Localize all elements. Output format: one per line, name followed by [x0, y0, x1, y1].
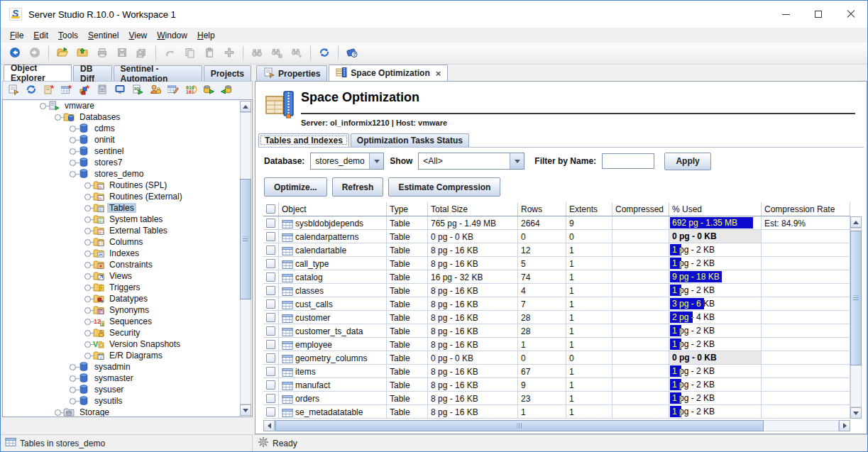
tree-item-sentinel[interactable]: sentinel [3, 145, 252, 157]
tree-expand-handle[interactable] [70, 398, 76, 404]
row-checkbox[interactable] [266, 219, 275, 228]
tree-item-storage[interactable]: Storage [3, 407, 252, 417]
copy-button[interactable] [180, 44, 199, 62]
properties-button[interactable] [6, 83, 21, 99]
tree-expand-handle[interactable] [40, 103, 46, 109]
tree-item-indexes[interactable]: Indexes [3, 248, 252, 259]
row-checkbox[interactable] [266, 394, 275, 403]
subtab-tables-and-indexes[interactable]: Tables and Indexes [258, 133, 349, 147]
table-hscroll-thumb[interactable] [275, 420, 764, 431]
tree-item-vmware[interactable]: vmware [3, 100, 252, 111]
export-data-button[interactable] [201, 83, 216, 99]
tree-expand-handle[interactable] [70, 160, 76, 166]
tree-expand-handle[interactable] [84, 285, 91, 291]
column-header-used[interactable]: % Used [669, 202, 762, 216]
tree-expand-handle[interactable] [70, 126, 76, 132]
new-procedure-button[interactable] [41, 83, 57, 99]
new-table-button[interactable] [59, 83, 75, 99]
row-checkbox[interactable] [266, 380, 275, 390]
table-row-orders[interactable]: ordersTable8 pg - 16 KB2311 pg - 2 KB1 p… [263, 392, 850, 405]
find-button[interactable] [248, 44, 266, 62]
table-scroll-up[interactable] [850, 216, 862, 228]
find-objects-button[interactable] [268, 44, 286, 62]
table-row-customer-ts-data[interactable]: customer_ts_dataTable8 pg - 16 KB2811 pg… [263, 324, 850, 338]
close-button[interactable] [835, 1, 867, 28]
tree-item-constraints[interactable]: Constraints [3, 259, 252, 270]
left-tab-object-explorer[interactable]: Object Explorer [4, 65, 72, 81]
refresh-button[interactable] [315, 44, 334, 62]
menu-file[interactable]: File [5, 29, 28, 42]
row-checkbox[interactable] [266, 313, 275, 322]
table-row-calendarpatterns[interactable]: calendarpatternsTable0 pg - 0 KB000 pg -… [263, 230, 850, 243]
table-row-geometry-columns[interactable]: geometry_columnsTable0 pg - 0 KB000 pg -… [263, 351, 850, 365]
paste-button[interactable] [200, 44, 219, 62]
tree-expand-handle[interactable] [84, 341, 91, 348]
tree-expand-handle[interactable] [70, 171, 76, 177]
column-header-rows[interactable]: Rows [518, 202, 566, 216]
left-tab-projects[interactable]: Projects [204, 65, 251, 81]
row-checkbox[interactable] [266, 286, 275, 295]
tree-expand-handle[interactable] [84, 228, 91, 234]
table-vertical-scrollbar[interactable] [850, 216, 862, 419]
row-checkbox[interactable] [266, 246, 275, 255]
menu-edit[interactable]: Edit [28, 29, 53, 42]
tree-item-stores7[interactable]: stores7 [3, 157, 252, 168]
row-checkbox[interactable] [266, 259, 275, 268]
tree-item-routines-spl[interactable]: fxRoutines (SPL) [3, 180, 252, 191]
run-sql-button[interactable]: SQL [130, 83, 145, 99]
tree-scroll-thumb[interactable] [240, 179, 251, 299]
table-row-catalog[interactable]: catalogTable16 pg - 32 KB7419 pg - 18 KB… [263, 270, 850, 284]
tree-item-sysuser[interactable]: sysuser [3, 384, 252, 395]
tree-item-sysutils[interactable]: sysutils [3, 395, 252, 407]
estimate-compression-button[interactable]: Estimate Compression [388, 177, 500, 197]
table-row-sysbldobjdepends[interactable]: sysbldobjdependsTable765 pg - 1.49 MB266… [263, 216, 850, 230]
refresh-button[interactable]: Refresh [332, 177, 384, 197]
left-tab-db-diff[interactable]: DB Diff [73, 65, 112, 81]
tree-item-system-tables[interactable]: System tables [3, 214, 252, 225]
forward-button[interactable] [26, 44, 44, 62]
tree-expand-handle[interactable] [84, 205, 91, 211]
row-checkbox[interactable] [266, 299, 275, 309]
column-header-extents[interactable]: Extents [566, 202, 612, 216]
editor-tab-properties[interactable]: Properties [256, 65, 327, 81]
row-checkbox[interactable] [266, 340, 275, 349]
tree-item-triggers[interactable]: Triggers [3, 282, 252, 293]
minimize-button[interactable] [769, 1, 802, 28]
column-header-compression-rate[interactable]: Compression Rate [762, 202, 850, 216]
publish-button[interactable] [73, 44, 92, 62]
table-scroll-left[interactable] [263, 420, 275, 431]
tree-item-views[interactable]: Views [3, 270, 252, 282]
tree-expand-handle[interactable] [84, 182, 91, 189]
tree-item-sysadmin[interactable]: sysadmin [3, 361, 252, 373]
refresh-button[interactable] [23, 83, 39, 99]
tree-item-stores-demo[interactable]: stores_demo [3, 168, 252, 180]
tree-expand-handle[interactable] [84, 273, 91, 280]
print-button[interactable] [93, 44, 111, 62]
tree-scrollbar[interactable] [240, 101, 251, 416]
tree-expand-handle[interactable] [84, 250, 91, 257]
row-checkbox[interactable] [266, 407, 275, 417]
maximize-button[interactable] [802, 1, 835, 28]
tree-item-version-snapshots[interactable]: VVersion Snapshots [3, 338, 252, 350]
tree-item-security[interactable]: Security [3, 327, 252, 338]
binary-data-button[interactable]: 010101 [183, 83, 199, 99]
tree-expand-handle[interactable] [84, 296, 91, 302]
tree-expand-handle[interactable] [84, 194, 91, 200]
table-row-items[interactable]: itemsTable8 pg - 16 KB6711 pg - 2 KB1 pg… [263, 365, 850, 378]
tree-item-datatypes[interactable]: Datatypes [3, 293, 252, 304]
insert-button[interactable] [220, 44, 238, 62]
subtab-optimization-tasks-status[interactable]: Optimization Tasks Status [351, 133, 469, 147]
help-button[interactable]: ? [343, 44, 361, 62]
row-checkbox[interactable] [266, 326, 275, 336]
tree-item-sysmaster[interactable]: sysmaster [3, 373, 252, 384]
close-tab-icon[interactable]: × [436, 68, 441, 79]
apply-button[interactable]: Apply [664, 153, 711, 170]
tree-expand-handle[interactable] [70, 364, 76, 370]
tree-expand-handle[interactable] [70, 137, 76, 143]
column-header-object[interactable]: Object [279, 202, 387, 216]
row-checkbox[interactable] [266, 232, 275, 241]
menu-help[interactable]: Help [192, 29, 220, 42]
tree-expand-handle[interactable] [84, 239, 91, 246]
table-row-employee[interactable]: employeeTable8 pg - 16 KB111 pg - 2 KB1 … [263, 338, 850, 351]
row-checkbox[interactable] [266, 353, 275, 363]
